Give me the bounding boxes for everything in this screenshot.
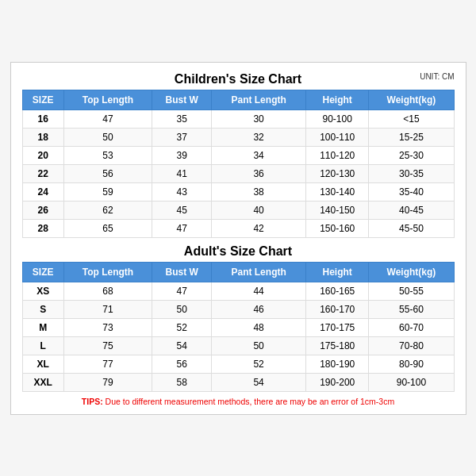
table-cell: 45-50: [369, 219, 454, 237]
table-cell: M: [22, 318, 63, 336]
table-cell: 150-160: [306, 219, 369, 237]
adult-title-row: Adult's Size Chart: [22, 244, 455, 259]
table-cell: 55-60: [369, 300, 454, 318]
tips-row: TIPS: Due to different measurement metho…: [22, 397, 455, 406]
tips-text: Due to different measurement methods, th…: [106, 397, 395, 406]
table-cell: 41: [152, 164, 212, 182]
table-cell: 90-100: [306, 109, 369, 128]
table-cell: 160-170: [306, 300, 369, 318]
adult-header-row: SIZE Top Length Bust W Pant Length Heigh…: [22, 262, 454, 282]
table-cell: 52: [152, 318, 212, 336]
table-cell: 47: [63, 109, 152, 128]
table-cell: 53: [63, 146, 152, 164]
children-title-row: Children's Size Chart UNIT: CM: [22, 72, 455, 86]
table-cell: 54: [212, 373, 306, 391]
table-cell: 20: [22, 146, 63, 164]
table-cell: 48: [212, 318, 306, 336]
table-cell: 59: [63, 182, 152, 201]
tips-label: TIPS:: [82, 397, 103, 406]
table-cell: 22: [22, 164, 63, 182]
table-cell: 130-140: [306, 182, 369, 201]
table-cell: 80-90: [369, 355, 454, 373]
table-cell: 90-100: [369, 373, 454, 391]
table-cell: XXL: [22, 373, 63, 391]
children-header-weight: Weight(kg): [369, 90, 454, 109]
table-cell: 50: [212, 336, 306, 355]
adult-header-size: SIZE: [22, 262, 63, 282]
table-cell: 120-130: [306, 164, 369, 182]
table-row: L755450175-18070-80: [22, 336, 454, 355]
table-cell: 160-165: [306, 282, 369, 300]
table-cell: 32: [212, 128, 306, 146]
table-cell: 47: [152, 219, 212, 237]
table-cell: 68: [63, 282, 152, 300]
table-cell: 35: [152, 109, 212, 128]
adult-table: SIZE Top Length Bust W Pant Length Heigh…: [22, 262, 455, 392]
table-cell: 18: [22, 128, 63, 146]
table-cell: 46: [212, 300, 306, 318]
children-header-pantlength: Pant Length: [212, 90, 306, 109]
table-cell: 71: [63, 300, 152, 318]
children-title: Children's Size Chart: [175, 72, 301, 86]
table-cell: 100-110: [306, 128, 369, 146]
adult-header-pantlength: Pant Length: [212, 262, 306, 282]
table-cell: 140-150: [306, 201, 369, 219]
table-row: 24594338130-14035-40: [22, 182, 454, 201]
adult-header-weight: Weight(kg): [369, 262, 454, 282]
children-header-row: SIZE Top Length Bust W Pant Length Heigh…: [22, 90, 454, 109]
adult-header-bustw: Bust W: [152, 262, 212, 282]
children-header-toplength: Top Length: [63, 90, 152, 109]
table-cell: 73: [63, 318, 152, 336]
table-cell: 25-30: [369, 146, 454, 164]
table-cell: 52: [212, 355, 306, 373]
table-row: M735248170-17560-70: [22, 318, 454, 336]
table-cell: 35-40: [369, 182, 454, 201]
table-cell: 36: [212, 164, 306, 182]
table-cell: 65: [63, 219, 152, 237]
table-cell: S: [22, 300, 63, 318]
table-cell: 15-25: [369, 128, 454, 146]
table-cell: 170-175: [306, 318, 369, 336]
table-cell: 60-70: [369, 318, 454, 336]
table-cell: XL: [22, 355, 63, 373]
table-cell: 24: [22, 182, 63, 201]
table-row: XL775652180-19080-90: [22, 355, 454, 373]
table-cell: 54: [152, 336, 212, 355]
table-row: XS684744160-16550-55: [22, 282, 454, 300]
table-cell: 37: [152, 128, 212, 146]
table-row: XXL795854190-20090-100: [22, 373, 454, 391]
table-cell: 44: [212, 282, 306, 300]
table-cell: 62: [63, 201, 152, 219]
table-cell: 180-190: [306, 355, 369, 373]
table-row: 1647353090-100<15: [22, 109, 454, 128]
table-cell: 47: [152, 282, 212, 300]
table-cell: 58: [152, 373, 212, 391]
table-cell: 70-80: [369, 336, 454, 355]
unit-label: UNIT: CM: [420, 72, 454, 81]
table-cell: 45: [152, 201, 212, 219]
table-cell: 40-45: [369, 201, 454, 219]
table-cell: 40: [212, 201, 306, 219]
table-row: 20533934110-12025-30: [22, 146, 454, 164]
adult-header-toplength: Top Length: [63, 262, 152, 282]
table-cell: 16: [22, 109, 63, 128]
table-row: 18503732100-11015-25: [22, 128, 454, 146]
table-cell: 50-55: [369, 282, 454, 300]
table-cell: 75: [63, 336, 152, 355]
table-cell: 42: [212, 219, 306, 237]
table-cell: 43: [152, 182, 212, 201]
table-cell: 175-180: [306, 336, 369, 355]
table-cell: 190-200: [306, 373, 369, 391]
children-header-height: Height: [306, 90, 369, 109]
table-cell: 79: [63, 373, 152, 391]
table-cell: 110-120: [306, 146, 369, 164]
adult-header-height: Height: [306, 262, 369, 282]
children-header-size: SIZE: [22, 90, 63, 109]
table-cell: 39: [152, 146, 212, 164]
table-cell: 50: [63, 128, 152, 146]
table-row: 22564136120-13030-35: [22, 164, 454, 182]
table-cell: 56: [152, 355, 212, 373]
table-cell: <15: [369, 109, 454, 128]
table-cell: XS: [22, 282, 63, 300]
table-cell: 38: [212, 182, 306, 201]
